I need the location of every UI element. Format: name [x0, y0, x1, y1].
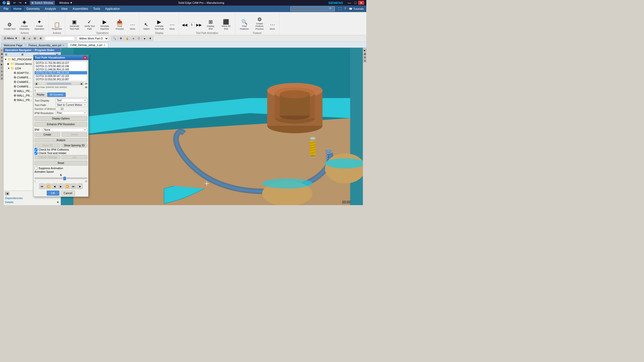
- right-btn-3[interactable]: ⊞: [363, 56, 366, 59]
- sidebar-btn-6[interactable]: ≡: [0, 66, 3, 69]
- play-stop-btn[interactable]: ■: [77, 184, 83, 189]
- find-command-area[interactable]: 🔍: [290, 6, 335, 11]
- cmd-extra-3[interactable]: ●: [142, 36, 147, 41]
- find-features-btn[interactable]: 🔍 Find Features: [237, 19, 252, 31]
- menu-assemblies[interactable]: Assemblies: [70, 6, 91, 11]
- snap-btn[interactable]: ⊕: [118, 36, 124, 41]
- show-3d-btn[interactable]: Show 3D: [34, 143, 60, 148]
- enhance-ipw-btn[interactable]: Enhance IPW Resolution: [34, 122, 87, 127]
- work-part-dropdown[interactable]: Within Work Part O: [76, 36, 109, 41]
- play-next-btn[interactable]: ⏩: [64, 184, 70, 189]
- tool-path-dropdown[interactable]: Start to Current Motion ▼: [56, 103, 87, 107]
- menu-analysis[interactable]: Analysis: [42, 6, 59, 11]
- nav-scroll-left[interactable]: ◀: [5, 192, 9, 195]
- goto-list[interactable]: GOTO/-11.762,56.003,10.227 GOTO/-11.370,…: [34, 61, 87, 81]
- tab-welcome[interactable]: Welcome Page: [1, 43, 25, 48]
- create-feature-process-btn[interactable]: ⚙ Create Feature Process: [252, 16, 267, 31]
- quick-undo[interactable]: ↩: [13, 1, 16, 5]
- delete-btn[interactable]: Delete: [62, 132, 87, 137]
- analyze-btn[interactable]: Analyze: [34, 138, 87, 142]
- menu-tools[interactable]: Tools: [91, 6, 103, 11]
- operations-more-btn[interactable]: ⋯ More: [128, 21, 138, 31]
- check-tool-checkbox[interactable]: [34, 152, 37, 155]
- goto-item-4[interactable]: GOTO/-10.608,58.047,10.103: [35, 74, 87, 78]
- display-options-btn[interactable]: Display Options: [34, 116, 87, 121]
- viewport[interactable]: YM ZM XM: [61, 48, 363, 205]
- nc-program-expand[interactable]: ▼: [5, 58, 7, 61]
- sidebar-btn-7[interactable]: ⊕: [0, 70, 3, 73]
- fullscreen-btn[interactable]: ⛶: [337, 7, 343, 11]
- suppress-checkbox[interactable]: [34, 167, 37, 170]
- right-btn-4[interactable]: ⚙: [363, 59, 366, 62]
- show-3d-ipw-btn[interactable]: ⬛ Show 3D IPW: [219, 19, 233, 31]
- nav-collapse-all[interactable]: ⊟: [5, 53, 7, 56]
- cmd-btn-3[interactable]: ⊟: [32, 36, 37, 41]
- tab-fixture-close[interactable]: ✕: [62, 44, 64, 47]
- window-btn[interactable]: Window ▼: [58, 1, 74, 5]
- collision-settings-btn[interactable]: Collision Settings: [34, 155, 60, 159]
- create-operation-btn[interactable]: ✦ Create Operation: [32, 19, 47, 31]
- select-btn[interactable]: ↖ Select: [141, 21, 151, 31]
- display-ipw-btn[interactable]: ⊞ Display IPW: [204, 19, 218, 31]
- sidebar-btn-9[interactable]: ⊕: [0, 77, 3, 80]
- hscroll-left-btn[interactable]: ◀: [34, 82, 38, 85]
- show-spinning-3d-btn[interactable]: Show Spinning 3D: [61, 143, 87, 148]
- ipw-dropdown[interactable]: None ▼: [43, 128, 87, 132]
- right-btn-1[interactable]: ▶: [363, 49, 366, 52]
- tab-cam-demo[interactable]: CAM_Demop_setup_1.prt ✕: [68, 42, 108, 48]
- nav-details-expand[interactable]: ▼: [57, 201, 59, 204]
- sidebar-btn-2[interactable]: ◉: [0, 52, 3, 55]
- nav-details-link[interactable]: Details: [5, 200, 14, 204]
- tab-fixture[interactable]: Fixture_Assembly_asm.prt ✕: [26, 43, 67, 48]
- play-back-btn[interactable]: ◀◀: [181, 22, 188, 27]
- find-command-input[interactable]: [293, 7, 328, 10]
- goto-item-2[interactable]: GOTO/-11.048,56.954,10.165: [35, 68, 87, 71]
- close-btn[interactable]: ✕: [358, 1, 364, 5]
- list-btn[interactable]: List: [61, 155, 87, 159]
- play-prev-btn[interactable]: ⏪: [46, 184, 51, 189]
- play-fwd-step-btn[interactable]: ▶: [58, 184, 64, 189]
- goto-item-3[interactable]: GOTO/-10.793,57.486,10.134: [35, 71, 87, 74]
- ok-btn[interactable]: OK: [47, 191, 59, 196]
- play-last-btn[interactable]: ⏭: [71, 184, 76, 189]
- post-process-btn[interactable]: 📤 Post Process: [112, 19, 127, 31]
- goto-item-5[interactable]: GOTO/-10.553,58.343,10.087: [35, 78, 87, 81]
- tutorials-btn[interactable]: 📖 Tutorials: [347, 7, 365, 11]
- 1234-expand[interactable]: ▼: [8, 67, 10, 70]
- menu-home[interactable]: Home: [11, 6, 24, 11]
- create-btn[interactable]: Create: [34, 132, 60, 137]
- sidebar-btn-3[interactable]: ⊞: [0, 56, 3, 59]
- menu-application[interactable]: Application: [103, 6, 123, 11]
- check-collisions-checkbox[interactable]: [34, 148, 37, 151]
- create-tool-btn[interactable]: ⚙ Create Tool: [3, 21, 17, 31]
- menu-toggle-btn[interactable]: ☰ Menu ▼: [2, 36, 20, 41]
- menu-file[interactable]: File: [1, 6, 11, 11]
- cmd-extra-2[interactable]: ⬡: [136, 36, 142, 41]
- unused-expand[interactable]: ▶: [8, 63, 10, 65]
- search-bar[interactable]: [45, 36, 75, 41]
- animate-toolpath-btn[interactable]: ▶ Animate Tool Path: [152, 19, 167, 31]
- simulate-machine-btn[interactable]: ▶ Simulate Machine: [97, 19, 112, 31]
- play-first-btn[interactable]: ⏮: [39, 184, 45, 189]
- tab-cam-demo-close[interactable]: ✕: [103, 44, 105, 47]
- menu-geometry[interactable]: Geometry: [24, 6, 42, 11]
- play-fwd-btn[interactable]: ▶▶: [195, 22, 203, 27]
- right-btn-2[interactable]: ◉: [363, 52, 366, 55]
- cmd-btn-4[interactable]: ⊕: [38, 36, 43, 41]
- filter-btn[interactable]: 🔍: [111, 36, 118, 41]
- menu-view[interactable]: View: [59, 6, 70, 11]
- cmd-extra-4[interactable]: ▼: [147, 36, 153, 41]
- quick-redo[interactable]: ↪: [19, 1, 21, 5]
- goto-item-1[interactable]: GOTO/-11.370,56.460,10.196: [35, 65, 87, 68]
- tab-3d-dynamic[interactable]: 3D Dynamic: [47, 93, 65, 97]
- ipw-res-dropdown[interactable]: Fine ▼: [56, 111, 87, 115]
- cmd-extra-1[interactable]: ≡: [131, 36, 136, 41]
- sidebar-btn-4[interactable]: ⚙: [0, 59, 3, 62]
- verify-toolpath-btn[interactable]: ✓ Verify Tool Path: [82, 19, 97, 31]
- feature-more-btn[interactable]: ⋯ More: [267, 21, 277, 31]
- sidebar-btn-1[interactable]: ≡: [0, 49, 3, 52]
- properties-btn[interactable]: 📋 Properties: [51, 21, 63, 31]
- display-more-btn[interactable]: ⋯ More: [167, 21, 177, 31]
- quick-more[interactable]: ▼: [24, 2, 27, 4]
- minimize-btn[interactable]: —: [346, 1, 353, 5]
